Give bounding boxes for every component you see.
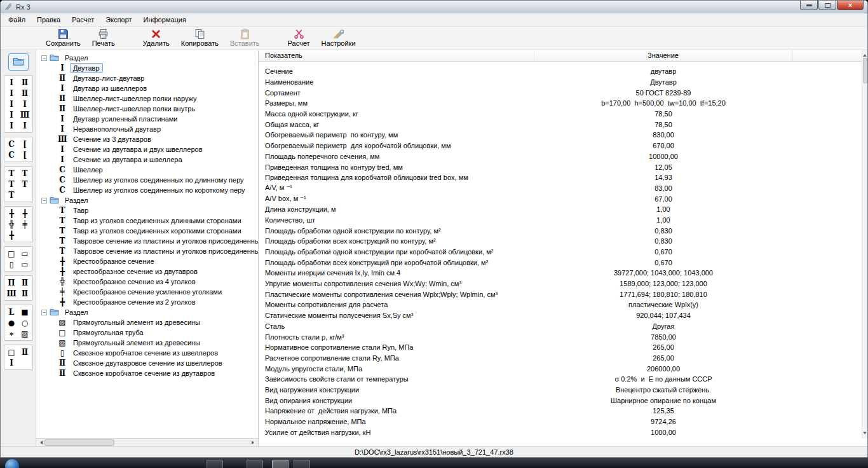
table-row[interactable]: Обогреваемый периметр по контуру, мм830,…: [259, 130, 867, 141]
tree-item[interactable]: ⅠДвутавр усиленный пластинами: [41, 114, 258, 124]
section-type-icon[interactable]: Т: [5, 179, 18, 189]
table-row[interactable]: Плотность стали ρ, кг/м³7850,00: [259, 331, 867, 342]
section-type-icon[interactable]: Ⅱ: [18, 347, 32, 357]
section-type-icon[interactable]: ╪: [18, 219, 32, 230]
table-row[interactable]: Усилие от действия нагрузки, кН1000,00: [259, 427, 867, 437]
tree-item[interactable]: ⅠСечение из двутавра и двух швеллеров: [41, 144, 258, 155]
table-row[interactable]: Напряжение от действия нагрузки, МПа125,…: [259, 406, 867, 416]
section-type-icon[interactable]: Ⅰ: [5, 99, 18, 109]
table-vscrollbar[interactable]: [862, 50, 867, 438]
section-type-icon[interactable]: L: [5, 306, 18, 317]
table-row[interactable]: Сечениедвутавр: [259, 66, 867, 77]
section-type-icon[interactable]: ∗: [5, 328, 18, 339]
section-type-icon[interactable]: ╬: [5, 219, 18, 230]
hscroll-track[interactable]: [114, 439, 250, 446]
tree-item[interactable]: □Прямоугольная труба: [41, 327, 258, 338]
section-type-icon[interactable]: ▭: [18, 259, 32, 270]
section-type-icon[interactable]: [: [18, 149, 32, 160]
table-row[interactable]: Площадь обработки всех конструкций при к…: [259, 257, 867, 268]
table-row[interactable]: Площадь поперечного сечения, мм10000,00: [259, 151, 867, 162]
section-type-icon[interactable]: ╋: [5, 230, 18, 240]
section-type-icon[interactable]: ●: [5, 317, 18, 328]
tree-section-1[interactable]: −Раздел: [41, 53, 258, 63]
section-type-icon[interactable]: Ш: [5, 288, 18, 299]
menu-calc[interactable]: Расчет: [66, 13, 100, 26]
tree-item[interactable]: ╋Крестообразное сечение из 2 уголков: [41, 297, 258, 307]
table-row[interactable]: Длина конструкции, м1,00: [259, 204, 867, 215]
menu-edit[interactable]: Правка: [31, 13, 66, 26]
menu-info[interactable]: Информация: [138, 13, 192, 26]
collapse-icon[interactable]: −: [41, 198, 47, 203]
section-type-icon[interactable]: [: [18, 139, 32, 149]
section-type-icon[interactable]: □: [5, 347, 18, 357]
calc-button[interactable]: Расчет: [282, 27, 316, 47]
section-type-icon[interactable]: Ⅰ: [5, 88, 18, 99]
table-row[interactable]: Площадь обработки одной конструкции по к…: [259, 225, 867, 236]
vscroll-thumb[interactable]: [863, 58, 867, 83]
title-bar[interactable]: Rx 3 ×: [1, 1, 867, 13]
tree-item[interactable]: ╬Крестообразное сечение из 4 уголков: [41, 277, 258, 287]
tree-section-3[interactable]: −Раздел: [41, 307, 258, 317]
table-row[interactable]: Расчетное сопротивление стали Ry, МПа265…: [259, 353, 867, 364]
taskbar-button[interactable]: [272, 460, 288, 468]
section-type-icon[interactable]: ╋: [5, 208, 18, 219]
table-row[interactable]: Площадь обработки одной конструкции при …: [259, 247, 867, 258]
delete-button[interactable]: Удалить: [137, 27, 175, 47]
table-row[interactable]: Пластические моменты сопротивления сечен…: [259, 289, 867, 299]
table-row[interactable]: Модуль упругости стали, МПа206000,00: [259, 363, 867, 374]
section-type-icon[interactable]: Т: [18, 168, 32, 179]
table-row[interactable]: Размеры, ммb=170,00 h=500,00 tw=10,00 tf…: [259, 98, 867, 109]
tree-item[interactable]: ▨Прямоугольный элемент из древесины: [41, 338, 258, 348]
section-type-icon[interactable]: Ⅱ: [18, 88, 32, 99]
section-type-icon[interactable]: Π: [5, 277, 18, 288]
section-type-icon[interactable]: Т: [5, 168, 18, 179]
table-row[interactable]: Масса одной конструкции, кг78,50: [259, 109, 867, 120]
sidebar-sections-button[interactable]: [8, 53, 29, 71]
tree-item[interactable]: ╋Крестообразное сечение: [41, 256, 258, 266]
section-type-icon[interactable]: С: [5, 149, 18, 160]
tree-section-2[interactable]: −Раздел: [41, 195, 258, 205]
table-row[interactable]: Нормальное напряжение, МПа9724,26: [259, 416, 867, 427]
tree-item[interactable]: ⅠДвутавр: [41, 63, 258, 73]
section-type-icon[interactable]: ╋: [18, 208, 32, 219]
tree-item[interactable]: СШвеллер из уголков соединенных по длинн…: [41, 175, 258, 185]
close-button[interactable]: ×: [837, 1, 864, 10]
tree-item[interactable]: СШвеллер из уголков соединенных по корот…: [41, 185, 258, 195]
hscroll-thumb[interactable]: [44, 439, 114, 446]
section-type-icon[interactable]: Ⅰ: [5, 77, 18, 88]
section-type-icon[interactable]: Т: [18, 179, 32, 189]
tree-item[interactable]: ТТавровое сечение из пластины и уголков …: [41, 236, 258, 246]
copy-button[interactable]: Копировать: [175, 27, 224, 47]
table-row[interactable]: Приведенная толщина для коробчатой облиц…: [259, 172, 867, 183]
tree-item[interactable]: ⅡСквозное коробчатое сечение из двутавро…: [41, 368, 258, 378]
table-row[interactable]: СтальДругая: [259, 321, 867, 332]
tree-item[interactable]: СШвеллер: [41, 165, 258, 175]
table-row[interactable]: Зависимость свойств стали от температуры…: [259, 374, 867, 385]
tree-hscrollbar[interactable]: [36, 438, 258, 446]
tree-item[interactable]: ⅡШвеллер-лист-швеллер полки внутрь: [41, 104, 258, 114]
tree-item[interactable]: ТТавр из уголков соединенных короткими с…: [41, 226, 258, 236]
tree-item[interactable]: ТТавр из уголков соединенных длинными ст…: [41, 216, 258, 226]
tree-item[interactable]: ▯Сквозное коробчатое сечение из швеллеро…: [41, 348, 258, 358]
section-type-icon[interactable]: ■: [18, 306, 32, 317]
taskbar-button[interactable]: [294, 460, 310, 468]
windows-taskbar[interactable]: [0, 458, 868, 468]
section-type-icon[interactable]: Ⅲ: [18, 109, 32, 120]
section-type-icon[interactable]: Ⅰ: [5, 357, 18, 368]
section-type-icon[interactable]: ○: [18, 317, 32, 328]
section-type-icon[interactable]: Ⅰ: [18, 120, 32, 131]
table-row[interactable]: Моменты инерции сечения Ix,Iy, Imin см 4…: [259, 268, 867, 279]
table-row[interactable]: Сортамент50 ГОСТ 8239-89: [259, 87, 867, 98]
tree-item[interactable]: ⅡШвеллер-лист-швеллер полки наружу: [41, 93, 258, 104]
table-row[interactable]: Статические моменты полусечения Sx,Sy см…: [259, 310, 867, 321]
table-row[interactable]: A/V, м ⁻¹83,00: [259, 183, 867, 194]
collapse-icon[interactable]: −: [41, 55, 47, 61]
table-row[interactable]: Моменты сопротивления для расчетапластич…: [259, 299, 867, 310]
tree-item[interactable]: ⅡСквозное двутавровое сечение из швеллер…: [41, 358, 258, 368]
table-row[interactable]: Обогреваемый периметр для коробчатой обл…: [259, 141, 867, 151]
table-row[interactable]: Вид нагружения конструкцииВнецентро сжат…: [259, 385, 867, 396]
collapse-icon[interactable]: −: [41, 310, 47, 315]
section-type-icon[interactable]: Ⅱ: [18, 277, 32, 288]
table-row[interactable]: Площадь обработки всех конструкций по ко…: [259, 236, 867, 247]
column-header-property[interactable]: Показатель: [259, 50, 534, 61]
